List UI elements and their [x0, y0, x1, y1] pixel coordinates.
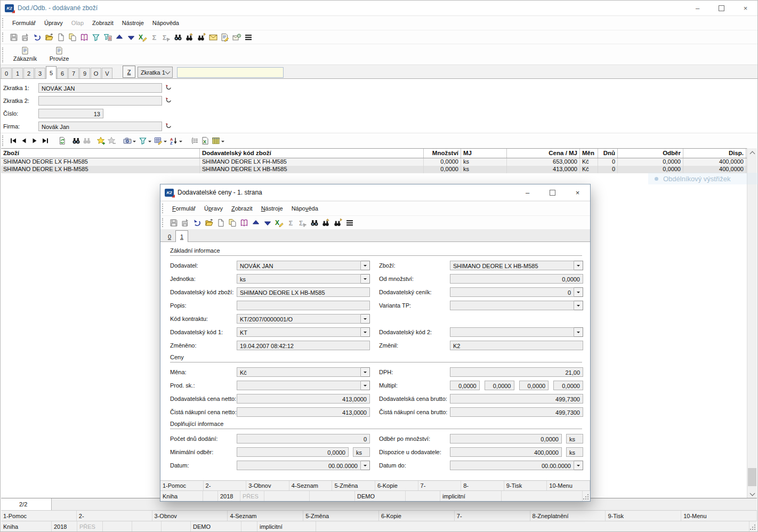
- menu-zobrazit[interactable]: Zobrazit: [227, 201, 257, 215]
- move-up-button[interactable]: [114, 31, 125, 43]
- undo-button[interactable]: [31, 31, 43, 43]
- sort-az-dropdown-icon[interactable]: [179, 141, 182, 144]
- field-zkratka-2-input[interactable]: [38, 96, 162, 106]
- dialog-close-icon[interactable]: ×: [565, 184, 590, 200]
- column-header-cena-mj[interactable]: Cena / MJ: [507, 149, 580, 158]
- datum-dropdown-button[interactable]: [361, 461, 370, 470]
- field-cista-nakupni-cena-netto-input[interactable]: 413,0000: [237, 407, 370, 417]
- varianta-tp-dropdown-button[interactable]: [574, 301, 583, 310]
- find-previous-button[interactable]: [320, 217, 332, 229]
- dialog-menubar-grip[interactable]: [162, 204, 165, 213]
- minimize-icon[interactable]: –: [686, 1, 709, 15]
- field-zbozi-input[interactable]: SHIMANO DEORE LX HB-M585: [450, 261, 574, 270]
- prod-sk-dropdown-button[interactable]: [361, 381, 370, 390]
- history-icon[interactable]: [165, 97, 173, 104]
- function-key-1[interactable]: 1-Pomoc: [1, 511, 77, 521]
- column-header-zbozi[interactable]: Zboží: [1, 149, 200, 158]
- zakaznik-button[interactable]: Zákazník: [8, 45, 42, 63]
- menu-nastroje[interactable]: Nástroje: [257, 201, 287, 215]
- scroll-down-icon[interactable]: [747, 489, 757, 498]
- function-key-9[interactable]: 9-Tisk: [606, 511, 681, 521]
- field-dph-input[interactable]: 21,00: [450, 367, 583, 377]
- field-multipl-input[interactable]: 0,0000: [553, 381, 583, 390]
- field-cislo-input[interactable]: 13: [38, 109, 103, 118]
- first-record-button[interactable]: [8, 135, 19, 147]
- field-jednotka-input[interactable]: ks: [237, 274, 361, 284]
- dodavatelsky-kod-1-dropdown-button[interactable]: [361, 327, 370, 337]
- function-key-5[interactable]: 5-Změna: [303, 511, 379, 521]
- dialog-minimize-icon[interactable]: –: [515, 184, 540, 200]
- save-as-button[interactable]: [20, 31, 31, 43]
- provize-button[interactable]: Provize: [42, 45, 76, 63]
- z-button[interactable]: Z: [123, 66, 135, 78]
- menu-formular[interactable]: Formulář: [8, 16, 40, 30]
- page-tab-9[interactable]: 9: [79, 68, 90, 78]
- filter-dropdown-icon[interactable]: [148, 141, 151, 144]
- menu-nastroje[interactable]: Nástroje: [118, 16, 148, 30]
- open-button[interactable]: [203, 217, 215, 229]
- field-dodavatelsky-kod-zbozi-input[interactable]: SHIMANO DEORE LX HB-M585: [237, 287, 370, 297]
- function-key-4[interactable]: 4-Seznam: [289, 481, 333, 490]
- history-icon[interactable]: [165, 123, 173, 130]
- filter-button[interactable]: [90, 31, 102, 43]
- menu-upravy[interactable]: Úpravy: [40, 16, 67, 30]
- search-field-selector[interactable]: Zkratka 1: [138, 67, 173, 78]
- nav-toolbar-grip[interactable]: [2, 135, 5, 146]
- field-od-mnozstvi-input[interactable]: 0,0000: [450, 274, 583, 284]
- copy-button[interactable]: [227, 217, 238, 229]
- function-key-1[interactable]: 1-Pomoc: [160, 481, 204, 490]
- field-prod-sk-input[interactable]: [237, 381, 361, 390]
- sum-button[interactable]: Σ: [149, 31, 160, 43]
- notes-edit-button[interactable]: [219, 31, 231, 43]
- find-button[interactable]: [71, 135, 82, 147]
- datum-do-dropdown-button[interactable]: [574, 461, 583, 470]
- function-key-6[interactable]: 6-Kopie: [375, 481, 418, 490]
- save-button[interactable]: [168, 217, 180, 229]
- dialog-tab-0[interactable]: 0: [164, 232, 175, 241]
- undo-button[interactable]: [191, 217, 203, 229]
- column-header-odber[interactable]: Odběr: [618, 149, 683, 158]
- previous-record-button[interactable]: [19, 135, 29, 147]
- save-as-button[interactable]: [180, 217, 191, 229]
- menu-napoveda[interactable]: Nápověda: [148, 16, 183, 30]
- grid-edit-dropdown-icon[interactable]: [164, 141, 167, 144]
- table-view-button[interactable]: [211, 135, 221, 147]
- snapshot-dropdown-icon[interactable]: [133, 141, 136, 144]
- field-datum-do-input[interactable]: 00.00.0000: [450, 461, 574, 470]
- page-tab-0[interactable]: 0: [1, 68, 12, 78]
- new-document-button[interactable]: [55, 31, 67, 43]
- field-firma-input[interactable]: Novák Jan: [38, 122, 162, 131]
- field-dodavatelsky-kod-1-input[interactable]: KT: [237, 327, 361, 337]
- close-icon[interactable]: ×: [733, 1, 757, 15]
- field-multipl-input[interactable]: 0,0000: [519, 381, 549, 390]
- page-tab-1[interactable]: 1: [12, 68, 23, 78]
- toolbar-grip[interactable]: [2, 33, 5, 42]
- function-key-6[interactable]: 6-Kopie: [379, 511, 455, 521]
- field-minimalni-odber-input[interactable]: 0,0000: [237, 447, 349, 457]
- dodavatel-dropdown-button[interactable]: [361, 261, 370, 270]
- bookmark-remove-button[interactable]: [106, 135, 117, 147]
- find-button[interactable]: [172, 31, 184, 43]
- page-tab-O[interactable]: O: [91, 68, 101, 78]
- page-tab-3[interactable]: 3: [35, 68, 45, 78]
- function-key-7[interactable]: 7-: [418, 481, 462, 490]
- table-view-dropdown-icon[interactable]: [221, 141, 224, 144]
- history-icon[interactable]: [165, 84, 173, 92]
- column-header-mnozstvi[interactable]: Množství: [424, 149, 461, 158]
- move-down-button[interactable]: [262, 217, 273, 229]
- dodavatelsky-kod-2-dropdown-button[interactable]: [574, 327, 583, 337]
- field-cista-nakupni-cena-brutto-input[interactable]: 499,7300: [450, 407, 583, 417]
- field-datum-input[interactable]: 00.00.0000: [237, 461, 361, 470]
- page-tab-6[interactable]: 6: [57, 68, 68, 78]
- function-key-8[interactable]: 8-: [461, 481, 504, 490]
- field-dodavatelsky-cenik-input[interactable]: 0: [450, 287, 574, 297]
- last-record-button[interactable]: [40, 135, 51, 147]
- find-disabled-button[interactable]: [82, 135, 92, 147]
- function-key-2[interactable]: 2-: [77, 511, 152, 521]
- menu-formular[interactable]: Formulář: [168, 201, 200, 215]
- copy-button[interactable]: [67, 31, 78, 43]
- field-zmenil-input[interactable]: K2: [450, 341, 583, 350]
- field-kod-kontraktu-input[interactable]: KT/2007/0000001/O: [237, 314, 361, 324]
- menu-list-button[interactable]: [344, 217, 356, 229]
- excel-edit-button[interactable]: X: [273, 217, 285, 229]
